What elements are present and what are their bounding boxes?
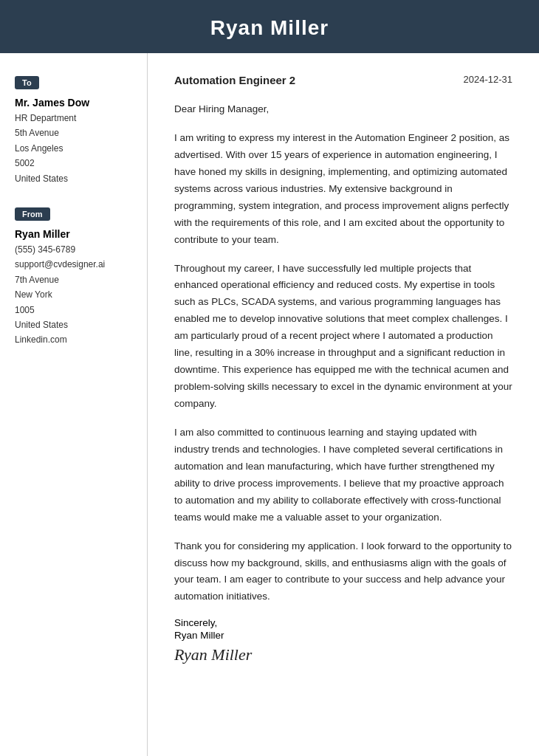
page-header: Ryan Miller [0,0,539,53]
sidebar: To Mr. James Dow HR Department 5th Avenu… [0,53,148,756]
from-name: Ryan Miller [15,228,132,240]
letter-sender-name: Ryan Miller [174,630,512,641]
to-name: Mr. James Dow [15,97,132,109]
letter-paragraph-3: I am also committed to continuous learni… [174,425,512,526]
from-country: United States [15,317,132,332]
to-section: To Mr. James Dow HR Department 5th Avenu… [15,75,132,186]
to-department: HR Department [15,111,132,126]
from-street: 7th Avenue [15,272,132,287]
from-city: New York [15,287,132,302]
to-street: 5th Avenue [15,126,132,140]
letter-closing: Sincerely, [174,617,512,628]
letter-signature: Ryan Miller [174,645,512,664]
letter-header: Automation Engineer 2 2024-12-31 [174,74,512,86]
to-details: HR Department 5th Avenue Los Angeles 500… [15,111,132,186]
main-content: Automation Engineer 2 2024-12-31 Dear Hi… [148,53,539,756]
from-badge: From [15,207,50,221]
job-title: Automation Engineer 2 [174,74,295,86]
page-body: To Mr. James Dow HR Department 5th Avenu… [0,53,539,756]
to-badge: To [15,76,39,89]
to-zip: 5002 [15,156,132,171]
letter-paragraph-2: Throughout my career, I have successfull… [174,261,512,413]
header-name: Ryan Miller [0,16,539,40]
to-country: United States [15,171,132,186]
from-zip: 1005 [15,303,132,317]
letter-date: 2024-12-31 [464,74,513,85]
signature-block: Sincerely, Ryan Miller Ryan Miller [174,617,512,664]
from-email: support@cvdesigner.ai [15,257,132,272]
letter-greeting: Dear Hiring Manager, [174,101,512,118]
to-city: Los Angeles [15,141,132,156]
letter-paragraph-1: I am writing to express my interest in t… [174,130,512,249]
from-web: Linkedin.com [15,332,132,347]
from-section: From Ryan Miller (555) 345-6789 support@… [15,207,132,348]
letter-paragraph-4: Thank you for considering my application… [174,538,512,606]
from-phone: (555) 345-6789 [15,242,132,257]
letter-body: Dear Hiring Manager, I am writing to exp… [174,101,512,605]
from-details: (555) 345-6789 support@cvdesigner.ai 7th… [15,242,132,348]
